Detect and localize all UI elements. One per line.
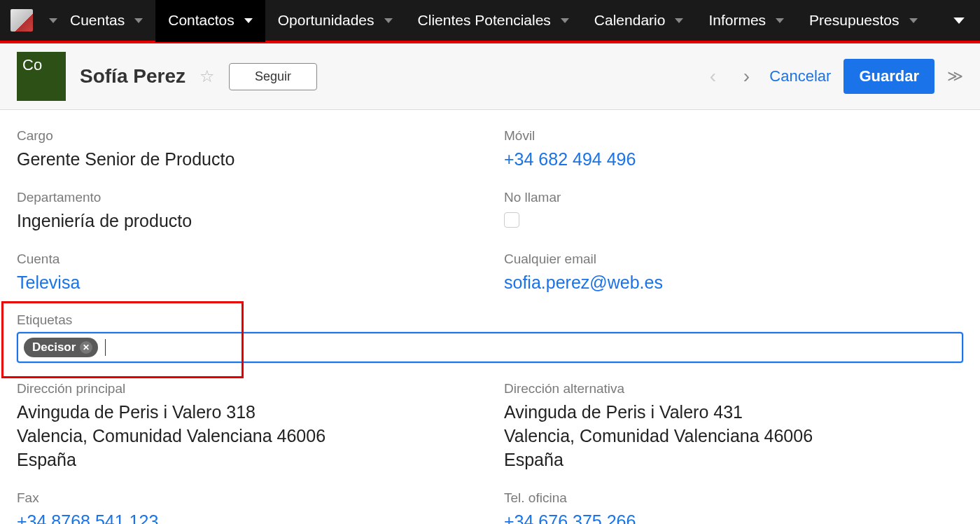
field-cualquier-email[interactable]: Cualquier email sofia.perez@web.es: [504, 251, 963, 295]
nav-label: Cuentas: [70, 12, 125, 29]
field-direccion-alternativa[interactable]: Dirección alternativa Avinguda de Peris …: [504, 381, 963, 471]
more-actions-icon[interactable]: ≫: [947, 67, 963, 85]
field-value: Gerente Senior de Producto: [17, 148, 476, 172]
tag-label: Decisor: [32, 340, 76, 354]
field-label: Cargo: [17, 128, 476, 144]
field-label: No llamar: [504, 190, 963, 205]
checkbox-unchecked[interactable]: [504, 212, 519, 228]
address-line: Avinguda de Peris i Valero 318: [17, 401, 476, 425]
chevron-down-icon: [384, 18, 393, 23]
nav-item-cuentas[interactable]: Cuentas: [57, 0, 155, 42]
avatar: Co: [17, 52, 66, 101]
nav-item-informes[interactable]: Informes: [696, 0, 797, 42]
follow-button[interactable]: Seguir: [229, 63, 317, 90]
field-value: Avinguda de Peris i Valero 431 Valencia,…: [504, 401, 963, 471]
field-label: Fax: [17, 490, 476, 506]
favorite-star-icon[interactable]: ☆: [200, 67, 215, 86]
field-value-link[interactable]: Televisa: [17, 271, 476, 295]
field-cargo[interactable]: Cargo Gerente Senior de Producto: [17, 128, 476, 172]
prev-record-chevron[interactable]: ‹: [702, 65, 723, 88]
field-etiquetas[interactable]: Etiquetas Decisor ✕: [17, 312, 963, 363]
nav-overflow[interactable]: [955, 18, 980, 23]
record-header: Co Sofía Perez ☆ Seguir ‹ › Cancelar Gua…: [0, 43, 980, 110]
field-direccion-principal[interactable]: Dirección principal Avinguda de Peris i …: [17, 381, 476, 471]
nav-label: Informes: [708, 12, 766, 29]
chevron-down-icon: [953, 17, 965, 23]
tag-chip: Decisor ✕: [24, 338, 98, 357]
address-line: España: [504, 448, 963, 472]
nav-label: Contactos: [168, 12, 234, 29]
record-name: Sofía Perez: [80, 65, 186, 88]
field-label: Tel. oficina: [504, 490, 963, 506]
nav-label: Clientes Potenciales: [418, 12, 551, 29]
field-movil[interactable]: Móvil +34 682 494 496: [504, 128, 963, 172]
chevron-down-icon: [244, 18, 253, 23]
app-logo[interactable]: [0, 0, 43, 42]
field-cuenta[interactable]: Cuenta Televisa: [17, 251, 476, 295]
field-label: Cuenta: [17, 251, 476, 267]
nav-label: Presupuestos: [809, 12, 899, 29]
nav-label: Calendario: [594, 12, 666, 29]
field-label: Cualquier email: [504, 251, 963, 267]
avatar-initials: Co: [22, 56, 42, 74]
nav-item-calendario[interactable]: Calendario: [582, 0, 696, 42]
field-value-link[interactable]: +34 682 494 496: [504, 148, 963, 172]
field-value: Avinguda de Peris i Valero 318 Valencia,…: [17, 401, 476, 471]
address-line: Valencia, Comunidad Valenciana 46006: [504, 425, 963, 448]
chevron-down-icon: [776, 18, 784, 23]
field-tel-oficina[interactable]: Tel. oficina +34 676 375 266: [504, 490, 963, 525]
next-record-chevron[interactable]: ›: [736, 65, 757, 88]
field-value-link[interactable]: +34 8768 541 123: [17, 510, 476, 525]
save-button[interactable]: Guardar: [844, 59, 934, 94]
field-label: Móvil: [504, 128, 963, 144]
field-label: Etiquetas: [17, 312, 963, 328]
field-value-link[interactable]: sofia.perez@web.es: [504, 271, 963, 295]
top-navigation: Cuentas Contactos Oportunidades Clientes…: [0, 0, 980, 43]
nav-item-clientes-potenciales[interactable]: Clientes Potenciales: [405, 0, 582, 42]
text-cursor: [105, 339, 106, 356]
cube-icon: [10, 9, 33, 32]
field-no-llamar[interactable]: No llamar: [504, 190, 963, 233]
field-label: Dirección principal: [17, 381, 476, 397]
header-actions: ‹ › Cancelar Guardar ≫: [702, 59, 963, 94]
field-value-link[interactable]: +34 676 375 266: [504, 510, 963, 525]
chevron-down-icon: [909, 18, 918, 23]
nav-item-presupuestos[interactable]: Presupuestos: [797, 0, 930, 42]
field-value: Ingeniería de producto: [17, 209, 476, 233]
nav-item-contactos[interactable]: Contactos: [155, 0, 265, 42]
address-line: Avinguda de Peris i Valero 431: [504, 401, 963, 425]
nav-item-oportunidades[interactable]: Oportunidades: [265, 0, 405, 42]
address-line: España: [17, 448, 476, 472]
field-label: Dirección alternativa: [504, 381, 963, 397]
cancel-button[interactable]: Cancelar: [769, 67, 831, 85]
address-line: Valencia, Comunidad Valenciana 46006: [17, 425, 476, 448]
chevron-down-icon: [134, 18, 143, 23]
field-departamento[interactable]: Departamento Ingeniería de producto: [17, 190, 476, 233]
tags-input[interactable]: Decisor ✕: [17, 332, 963, 363]
nav-label: Oportunidades: [278, 12, 374, 29]
detail-form: Cargo Gerente Senior de Producto Móvil +…: [0, 110, 980, 524]
field-fax[interactable]: Fax +34 8768 541 123: [17, 490, 476, 525]
logo-dropdown-caret[interactable]: [49, 18, 57, 23]
chevron-down-icon: [561, 18, 569, 23]
chevron-down-icon: [675, 18, 683, 23]
tag-remove-icon[interactable]: ✕: [80, 341, 92, 354]
field-label: Departamento: [17, 190, 476, 205]
